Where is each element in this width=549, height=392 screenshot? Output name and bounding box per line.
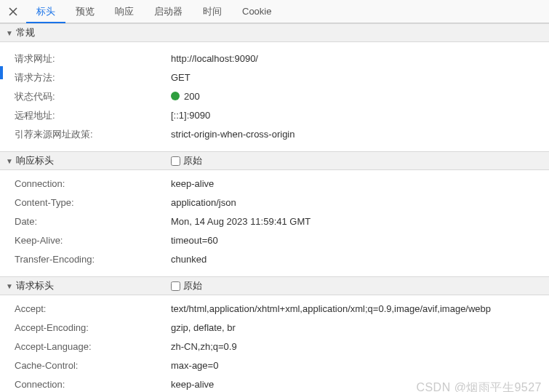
value-method: GET xyxy=(171,71,191,85)
section-request-title: 请求标头 xyxy=(16,279,54,292)
tabs-bar: 标头 预览 响应 启动器 时间 Cookie xyxy=(0,0,549,23)
value-req-connection: keep-alive xyxy=(171,377,214,392)
value-remote: [::1]:9090 xyxy=(171,108,210,123)
section-request-body: Accept: text/html,application/xhtml+xml,… xyxy=(0,295,549,392)
chevron-down-icon: ▼ xyxy=(6,29,13,37)
label-remote: 远程地址: xyxy=(15,108,171,123)
row-req-accept-encoding: Accept-Encoding: gzip, deflate, br xyxy=(0,319,549,337)
row-status-code: 状态代码: 200 xyxy=(0,87,549,106)
row-remote-address: 远程地址: [::1]:9090 xyxy=(0,106,549,125)
value-status: 200 xyxy=(171,89,200,104)
label-method: 请求方法: xyxy=(15,71,171,85)
value-resp-keep-alive: timeout=60 xyxy=(171,233,218,248)
section-general-body: 请求网址: http://localhost:9090/ 请求方法: GET 状… xyxy=(0,42,549,151)
section-general-header[interactable]: ▼ 常规 xyxy=(0,23,549,42)
value-req-cache-control: max-age=0 xyxy=(171,359,218,373)
section-response-header[interactable]: ▼ 响应标头 原始 xyxy=(0,151,549,170)
section-response-body: Connection: keep-alive Content-Type: app… xyxy=(0,170,549,276)
raw-label-request: 原始 xyxy=(183,279,202,292)
value-resp-transfer: chunked xyxy=(171,252,207,267)
value-resp-content-type: application/json xyxy=(171,196,236,210)
status-code-text: 200 xyxy=(184,91,200,102)
section-response-title: 响应标头 xyxy=(16,154,54,167)
label-request-url: 请求网址: xyxy=(15,52,171,66)
label-req-accept: Accept: xyxy=(15,302,171,316)
tab-initiator[interactable]: 启动器 xyxy=(144,0,193,23)
row-request-method: 请求方法: GET xyxy=(0,68,549,87)
row-resp-content-type: Content-Type: application/json xyxy=(0,193,549,212)
row-req-accept-language: Accept-Language: zh-CN,zh;q=0.9 xyxy=(0,337,549,356)
label-resp-keep-alive: Keep-Alive: xyxy=(15,233,171,248)
raw-toggle-response: 原始 xyxy=(171,154,202,167)
label-req-connection: Connection: xyxy=(15,377,171,392)
raw-toggle-request: 原始 xyxy=(171,279,202,292)
tab-cookie[interactable]: Cookie xyxy=(232,0,281,23)
chevron-down-icon: ▼ xyxy=(6,157,13,165)
selection-indicator xyxy=(0,66,3,79)
raw-checkbox-response[interactable] xyxy=(171,156,180,166)
label-resp-transfer: Transfer-Encoding: xyxy=(15,252,171,267)
value-resp-date: Mon, 14 Aug 2023 11:59:41 GMT xyxy=(171,215,310,229)
value-resp-connection: keep-alive xyxy=(171,177,214,191)
tab-response[interactable]: 响应 xyxy=(105,0,144,23)
tab-preview[interactable]: 预览 xyxy=(65,0,105,23)
label-req-accept-language: Accept-Language: xyxy=(15,340,171,354)
label-referrer: 引荐来源网址政策: xyxy=(15,127,171,142)
label-req-accept-encoding: Accept-Encoding: xyxy=(15,321,171,335)
value-req-accept-language: zh-CN,zh;q=0.9 xyxy=(171,340,237,354)
row-req-cache-control: Cache-Control: max-age=0 xyxy=(0,356,549,375)
value-req-accept-encoding: gzip, deflate, br xyxy=(171,321,236,335)
row-resp-transfer: Transfer-Encoding: chunked xyxy=(0,250,549,269)
row-referrer-policy: 引荐来源网址政策: strict-origin-when-cross-origi… xyxy=(0,125,549,144)
tab-headers[interactable]: 标头 xyxy=(26,0,65,23)
section-general-title: 常规 xyxy=(16,26,35,39)
label-req-cache-control: Cache-Control: xyxy=(15,359,171,373)
raw-label-response: 原始 xyxy=(183,154,202,167)
close-icon[interactable] xyxy=(4,3,22,20)
row-req-connection: Connection: keep-alive xyxy=(0,375,549,392)
raw-checkbox-request[interactable] xyxy=(171,281,180,291)
row-request-url: 请求网址: http://localhost:9090/ xyxy=(0,49,549,68)
row-resp-connection: Connection: keep-alive xyxy=(0,175,549,193)
row-req-accept: Accept: text/html,application/xhtml+xml,… xyxy=(0,300,549,319)
tab-timing[interactable]: 时间 xyxy=(193,0,232,23)
section-request-header[interactable]: ▼ 请求标头 原始 xyxy=(0,276,549,295)
label-status: 状态代码: xyxy=(15,89,171,104)
label-resp-content-type: Content-Type: xyxy=(15,196,171,210)
label-resp-date: Date: xyxy=(15,215,171,229)
value-referrer: strict-origin-when-cross-origin xyxy=(171,127,295,142)
chevron-down-icon: ▼ xyxy=(6,282,13,290)
status-dot-icon xyxy=(171,92,180,100)
row-resp-keep-alive: Keep-Alive: timeout=60 xyxy=(0,231,549,250)
value-req-accept: text/html,application/xhtml+xml,applicat… xyxy=(171,302,491,316)
label-resp-connection: Connection: xyxy=(15,177,171,191)
value-request-url: http://localhost:9090/ xyxy=(171,52,258,66)
row-resp-date: Date: Mon, 14 Aug 2023 11:59:41 GMT xyxy=(0,212,549,231)
